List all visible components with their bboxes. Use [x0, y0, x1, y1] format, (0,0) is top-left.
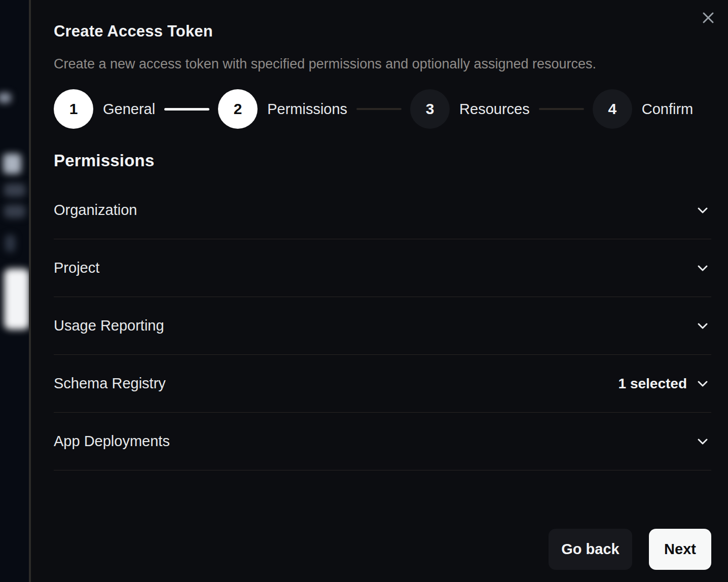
accordion-row-label: Schema Registry: [54, 375, 618, 392]
go-back-button[interactable]: Go back: [549, 529, 632, 570]
accordion-row-label: Usage Reporting: [54, 317, 687, 334]
step-number-circle: 2: [218, 89, 258, 129]
stepper-connector: [356, 108, 402, 110]
next-button[interactable]: Next: [649, 529, 711, 570]
chevron-down-icon: [695, 376, 710, 391]
step-resources[interactable]: 3 Resources: [410, 89, 530, 129]
modal-subtitle: Create a new access token with specified…: [54, 56, 711, 72]
step-number-circle: 3: [410, 89, 450, 129]
chevron-down-icon: [695, 261, 710, 276]
wizard-stepper: 1 General 2 Permissions 3 Resources 4 Co…: [54, 89, 711, 129]
accordion-row-label: Project: [54, 260, 687, 276]
selected-count-badge: 1 selected: [618, 376, 687, 392]
step-label: Permissions: [267, 101, 347, 118]
accordion-row-label: App Deployments: [54, 433, 687, 450]
step-label: Confirm: [642, 101, 694, 118]
accordion-row-usage-reporting[interactable]: Usage Reporting: [54, 297, 711, 355]
accordion-row-app-deployments[interactable]: App Deployments: [54, 413, 711, 470]
blurred-sidebar-text: [0, 93, 11, 103]
step-label: General: [103, 101, 155, 118]
blurred-sidebar-item: [4, 205, 25, 218]
step-label: Resources: [459, 101, 530, 118]
section-heading-permissions: Permissions: [54, 151, 711, 170]
blurred-sidebar-item: [3, 154, 21, 174]
chevron-down-icon: [695, 318, 710, 334]
blurred-sidebar-card: [4, 269, 29, 330]
page-title: Create Access Token: [54, 22, 711, 41]
accordion-row-schema-registry[interactable]: Schema Registry 1 selected: [54, 355, 711, 413]
chevron-down-icon: [695, 434, 710, 449]
stepper-connector: [539, 108, 584, 110]
step-number-circle: 4: [593, 89, 632, 129]
background-page-strip: [0, 0, 29, 582]
close-icon[interactable]: [698, 7, 719, 28]
stepper-connector: [164, 108, 209, 111]
step-number-circle: 1: [54, 89, 93, 129]
step-permissions[interactable]: 2 Permissions: [218, 89, 347, 129]
step-general[interactable]: 1 General: [54, 89, 155, 129]
chevron-down-icon: [695, 203, 710, 218]
blurred-sidebar-item: [4, 184, 25, 197]
blurred-sidebar-icon: [5, 235, 15, 252]
step-confirm[interactable]: 4 Confirm: [593, 89, 694, 129]
accordion-row-project[interactable]: Project: [54, 239, 711, 297]
create-access-token-modal: Create Access Token Create a new access …: [29, 0, 728, 582]
modal-footer: Go back Next: [549, 529, 711, 570]
accordion-row-label: Organization: [54, 202, 687, 219]
accordion-row-organization[interactable]: Organization: [54, 181, 711, 239]
permission-groups-list: Organization Project Usage Reporting Sch…: [54, 181, 711, 470]
